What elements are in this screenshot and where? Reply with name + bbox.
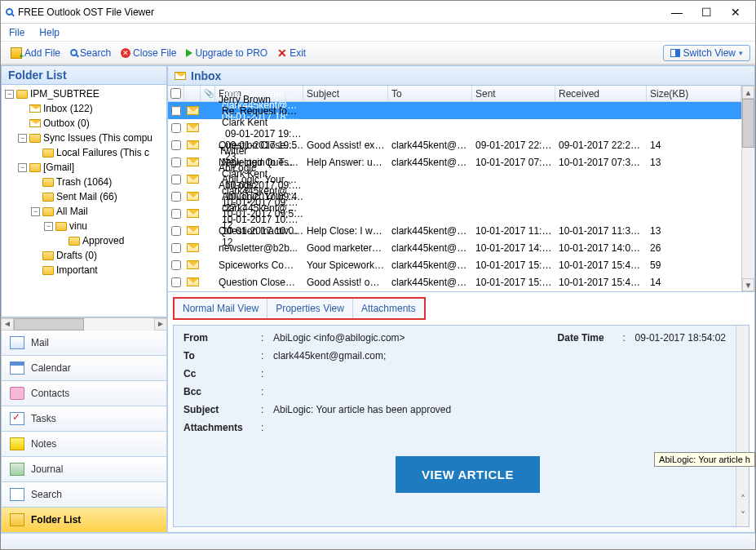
tree-item-approved[interactable]: Approved <box>2 233 166 248</box>
upgrade-button[interactable]: Upgrade to PRO <box>181 46 272 60</box>
tab-properties-view[interactable]: Properties View <box>267 299 353 318</box>
message-list: 📎 From Subject To Sent Received Size(KB)… <box>168 86 741 291</box>
preview-scroll-down-icon[interactable]: ˅ <box>736 510 749 526</box>
tree-item-gmail[interactable]: −[Gmail] <box>2 160 166 175</box>
preview-datetime-value: 09-01-2017 18:54:02 <box>635 332 726 344</box>
row-size: 59 <box>647 259 741 271</box>
preview-bcc-label: Bcc <box>183 386 261 397</box>
row-sent: 10-01-2017 10:06:... <box>219 214 302 225</box>
row-checkbox[interactable] <box>168 192 184 202</box>
folder-tree[interactable]: −IPM_SUBTREE Inbox (122) Outbox (0) −Syn… <box>1 85 167 317</box>
tree-item-vinu[interactable]: −vinu <box>2 219 166 233</box>
list-vertical-scrollbar[interactable]: ▲ ▼ <box>741 86 754 291</box>
row-checkbox[interactable] <box>168 123 184 133</box>
message-row[interactable]: Jerry Brown Re: Request for G...Clark Ke… <box>168 119 741 136</box>
header-checkbox[interactable] <box>168 86 184 101</box>
row-checkbox[interactable] <box>168 260 184 270</box>
menu-file[interactable]: File <box>9 27 24 38</box>
switch-view-button[interactable]: Switch View▾ <box>663 45 750 61</box>
scroll-thumb[interactable] <box>742 99 754 148</box>
header-size[interactable]: Size(KB) <box>647 86 741 101</box>
header-attachment[interactable]: 📎 <box>201 86 215 101</box>
mail-icon <box>184 260 201 269</box>
row-sent: 10-01-2017 15:45:... <box>472 259 555 271</box>
scroll-thumb[interactable] <box>14 318 84 330</box>
row-subject: Good marketers ... <box>303 242 388 254</box>
row-checkbox[interactable] <box>168 277 184 287</box>
nav-search[interactable]: Search <box>1 482 167 508</box>
message-row[interactable]: newsletter@b2b...Good marketers ...clark… <box>168 239 741 256</box>
menu-bar: File Help <box>1 24 755 42</box>
nav-tasks[interactable]: Tasks <box>1 406 167 432</box>
message-row[interactable]: AbiLogic AbiLogic: Your art...clark445ke… <box>168 205 741 222</box>
row-checkbox[interactable] <box>168 226 184 236</box>
nav-mail[interactable]: Mail <box>1 330 167 356</box>
header-sent[interactable]: Sent <box>472 86 555 101</box>
message-row[interactable]: Question Closed ...Good Assist! outl...c… <box>168 273 741 291</box>
row-subject: AbiLogic: Your art... <box>219 191 303 202</box>
scroll-up-icon[interactable]: ▲ <box>742 86 754 99</box>
row-checkbox[interactable] <box>168 106 184 116</box>
tree-item-allmail[interactable]: −All Mail <box>2 204 166 219</box>
menu-help[interactable]: Help <box>39 27 60 38</box>
tree-item-drafts[interactable]: Drafts (0) <box>2 248 166 263</box>
tree-horizontal-scrollbar[interactable]: ◄ ► <box>1 317 167 330</box>
tree-item-sentmail[interactable]: Sent Mail (66) <box>2 189 166 204</box>
tree-item-trash[interactable]: Trash (1064) <box>2 175 166 189</box>
exit-button[interactable]: ✕Exit <box>272 46 311 60</box>
close-file-button[interactable]: ✕Close File <box>116 46 181 60</box>
row-checkbox[interactable] <box>168 140 184 150</box>
tree-item-inbox[interactable]: Inbox (122) <box>2 101 166 116</box>
nav-folder-list[interactable]: Folder List <box>1 508 167 533</box>
nav-journal[interactable]: Journal <box>1 457 167 482</box>
nav-contacts[interactable]: Contacts <box>1 381 167 406</box>
header-icon[interactable] <box>184 86 201 101</box>
preview-scroll-up-icon[interactable]: ˄ <box>736 494 749 510</box>
nav-notes[interactable]: Notes <box>1 432 167 457</box>
tree-item-local-failures[interactable]: Local Failures (This c <box>2 145 166 160</box>
row-checkbox[interactable] <box>168 175 184 184</box>
minimize-button[interactable]: — <box>662 6 692 19</box>
row-to: clark445kent@g... <box>388 277 472 288</box>
maximize-button[interactable]: ☐ <box>692 6 721 19</box>
nav-search-icon <box>10 488 24 501</box>
row-checkbox[interactable] <box>168 243 184 253</box>
scroll-right-icon[interactable]: ► <box>154 318 167 330</box>
mail-icon <box>184 123 201 132</box>
row-checkbox[interactable] <box>168 209 184 219</box>
header-subject[interactable]: Subject <box>303 86 388 101</box>
view-article-button[interactable]: VIEW ARTICLE <box>396 456 540 493</box>
header-to[interactable]: To <box>388 86 472 101</box>
add-file-button[interactable]: Add File <box>6 46 65 60</box>
scroll-left-icon[interactable]: ◄ <box>1 318 14 330</box>
preview-attachments-value <box>273 422 726 433</box>
preview-bcc-value <box>273 386 726 397</box>
tree-item-sync[interactable]: −Sync Issues (This compu <box>2 131 166 145</box>
nav-calendar[interactable]: Calendar <box>1 356 167 381</box>
tree-item-root[interactable]: −IPM_SUBTREE <box>2 86 166 101</box>
search-button[interactable]: Search <box>65 46 116 60</box>
tab-attachments[interactable]: Attachments <box>353 299 424 318</box>
tree-item-important[interactable]: Important <box>2 263 166 277</box>
tree-item-outbox[interactable]: Outbox (0) <box>2 116 166 131</box>
row-from: newsletter@b2b... <box>215 242 303 254</box>
close-file-icon: ✕ <box>121 48 130 58</box>
row-subject: Good Assist! outl... <box>303 277 388 288</box>
message-row[interactable]: Spiceworks Com...Your Spiceworks ...clar… <box>168 256 741 273</box>
row-received: 10-01-2017 11:31:... <box>555 225 647 237</box>
header-received[interactable]: Received <box>555 86 647 101</box>
row-size: 14 <box>647 140 741 151</box>
scroll-down-icon[interactable]: ▼ <box>742 278 754 291</box>
preview-vertical-scrollbar[interactable]: ˄ ˅ <box>736 326 749 526</box>
folder-icon <box>42 251 54 260</box>
folder-icon <box>29 163 41 172</box>
journal-icon <box>10 463 24 476</box>
row-to: clark445kent@g... <box>388 259 472 271</box>
row-size: 14 <box>647 277 741 288</box>
preview-tabs: Normal Mail View Properties View Attachm… <box>173 297 426 320</box>
tab-normal-mail-view[interactable]: Normal Mail View <box>175 299 267 318</box>
mail-icon <box>184 277 201 286</box>
row-checkbox[interactable] <box>168 157 184 167</box>
close-window-button[interactable]: ✕ <box>721 6 750 19</box>
row-from: Question Closed ... <box>215 277 303 288</box>
